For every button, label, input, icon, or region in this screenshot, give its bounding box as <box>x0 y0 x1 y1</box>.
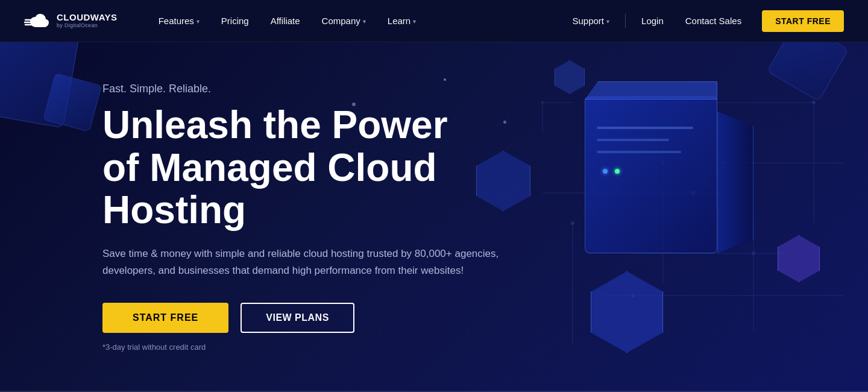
nav-pricing[interactable]: Pricing <box>210 0 260 42</box>
hex-bottom <box>591 271 663 353</box>
logo-icon <box>24 10 52 32</box>
svg-point-17 <box>812 101 816 104</box>
nav-login[interactable]: Login <box>631 0 675 42</box>
nav-start-free-button[interactable]: START FREE <box>762 10 844 32</box>
chevron-down-icon: ▾ <box>413 18 416 25</box>
hero-tagline: Fast. Simple. Reliable. <box>102 83 524 95</box>
svg-line-14 <box>723 163 753 223</box>
hero-view-plans-button[interactable]: VIEW PLANS <box>241 303 354 333</box>
nav-company[interactable]: Company ▾ <box>311 0 377 42</box>
chevron-down-icon: ▾ <box>197 18 200 25</box>
hero-start-free-button[interactable]: START FREE <box>102 303 228 333</box>
svg-point-18 <box>752 251 755 255</box>
hero-buttons: START FREE VIEW PLANS <box>102 303 524 333</box>
nav-contact-sales[interactable]: Contact Sales <box>675 0 752 42</box>
nav-affiliate[interactable]: Affiliate <box>260 0 311 42</box>
svg-point-15 <box>661 161 665 165</box>
nav-divider <box>625 14 626 28</box>
nav-right: Support ▾ Login Contact Sales START FREE <box>562 0 844 42</box>
nav-links: Features ▾ Pricing Affiliate Company ▾ L… <box>148 0 562 42</box>
server-visual <box>555 78 760 271</box>
hex-small-right <box>778 235 820 282</box>
hero-title: Unleash the Power of Managed Cloud Hosti… <box>102 104 488 231</box>
chevron-down-icon: ▾ <box>363 18 366 25</box>
svg-point-20 <box>691 191 696 195</box>
trial-note: *3-day trial without credit card <box>102 343 524 352</box>
navbar: CLOUDWAYS by DigitalOcean Features ▾ Pri… <box>0 0 868 42</box>
cube-topright <box>767 42 849 101</box>
nav-learn[interactable]: Learn ▾ <box>377 0 427 42</box>
logo[interactable]: CLOUDWAYS by DigitalOcean <box>24 10 118 32</box>
svg-point-22 <box>631 294 635 297</box>
nav-support[interactable]: Support ▾ <box>562 0 621 42</box>
hero-description: Save time & money with simple and reliab… <box>102 245 524 278</box>
dot-2 <box>444 78 446 81</box>
hero-content: Fast. Simple. Reliable. Unleash the Powe… <box>0 83 524 352</box>
hex-top <box>555 60 585 94</box>
logo-text: CLOUDWAYS by DigitalOcean <box>57 13 118 28</box>
chevron-down-icon: ▾ <box>606 18 609 25</box>
svg-line-13 <box>663 163 723 193</box>
nav-features[interactable]: Features ▾ <box>148 0 210 42</box>
hero-section: Fast. Simple. Reliable. Unleash the Powe… <box>0 42 868 392</box>
svg-point-21 <box>541 101 544 104</box>
svg-point-16 <box>722 161 725 165</box>
svg-point-19 <box>571 221 574 225</box>
